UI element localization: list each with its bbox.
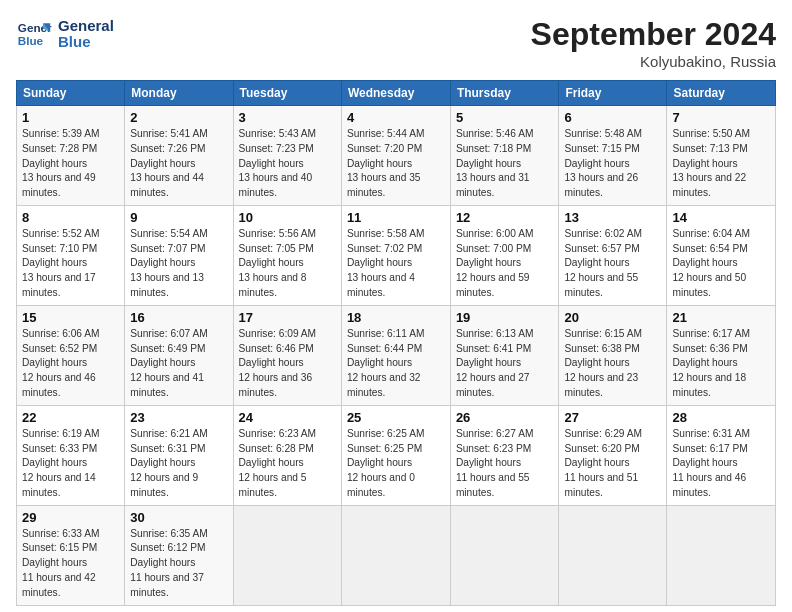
calendar-cell: 7Sunrise: 5:50 AMSunset: 7:13 PMDaylight…: [667, 106, 776, 206]
calendar-week-1: 1Sunrise: 5:39 AMSunset: 7:28 PMDaylight…: [17, 106, 776, 206]
day-number: 24: [239, 410, 336, 425]
day-detail: Sunrise: 5:43 AMSunset: 7:23 PMDaylight …: [239, 127, 336, 201]
calendar-cell: 16Sunrise: 6:07 AMSunset: 6:49 PMDayligh…: [125, 305, 233, 405]
calendar-cell: 1Sunrise: 5:39 AMSunset: 7:28 PMDaylight…: [17, 106, 125, 206]
day-detail: Sunrise: 6:04 AMSunset: 6:54 PMDaylight …: [672, 227, 770, 301]
header-thursday: Thursday: [450, 81, 559, 106]
calendar-cell: 24Sunrise: 6:23 AMSunset: 6:28 PMDayligh…: [233, 405, 341, 505]
day-detail: Sunrise: 6:17 AMSunset: 6:36 PMDaylight …: [672, 327, 770, 401]
day-number: 3: [239, 110, 336, 125]
calendar-cell: [450, 505, 559, 605]
day-detail: Sunrise: 6:25 AMSunset: 6:25 PMDaylight …: [347, 427, 445, 501]
calendar-cell: 17Sunrise: 6:09 AMSunset: 6:46 PMDayligh…: [233, 305, 341, 405]
calendar-cell: [233, 505, 341, 605]
day-number: 13: [564, 210, 661, 225]
title-block: September 2024 Kolyubakino, Russia: [531, 16, 776, 70]
header-saturday: Saturday: [667, 81, 776, 106]
calendar-header-row: Sunday Monday Tuesday Wednesday Thursday…: [17, 81, 776, 106]
calendar-cell: [341, 505, 450, 605]
day-detail: Sunrise: 6:31 AMSunset: 6:17 PMDaylight …: [672, 427, 770, 501]
calendar-cell: 5Sunrise: 5:46 AMSunset: 7:18 PMDaylight…: [450, 106, 559, 206]
day-detail: Sunrise: 6:35 AMSunset: 6:12 PMDaylight …: [130, 527, 227, 601]
day-number: 5: [456, 110, 554, 125]
day-number: 9: [130, 210, 227, 225]
day-detail: Sunrise: 6:27 AMSunset: 6:23 PMDaylight …: [456, 427, 554, 501]
header-friday: Friday: [559, 81, 667, 106]
day-detail: Sunrise: 5:58 AMSunset: 7:02 PMDaylight …: [347, 227, 445, 301]
svg-text:Blue: Blue: [18, 34, 44, 47]
calendar-cell: 27Sunrise: 6:29 AMSunset: 6:20 PMDayligh…: [559, 405, 667, 505]
calendar-cell: 20Sunrise: 6:15 AMSunset: 6:38 PMDayligh…: [559, 305, 667, 405]
day-detail: Sunrise: 6:09 AMSunset: 6:46 PMDaylight …: [239, 327, 336, 401]
day-detail: Sunrise: 6:29 AMSunset: 6:20 PMDaylight …: [564, 427, 661, 501]
header-sunday: Sunday: [17, 81, 125, 106]
calendar-week-2: 8Sunrise: 5:52 AMSunset: 7:10 PMDaylight…: [17, 205, 776, 305]
day-number: 18: [347, 310, 445, 325]
day-detail: Sunrise: 5:44 AMSunset: 7:20 PMDaylight …: [347, 127, 445, 201]
calendar-week-3: 15Sunrise: 6:06 AMSunset: 6:52 PMDayligh…: [17, 305, 776, 405]
day-number: 19: [456, 310, 554, 325]
logo-general: General: [58, 18, 114, 35]
day-number: 20: [564, 310, 661, 325]
day-detail: Sunrise: 5:52 AMSunset: 7:10 PMDaylight …: [22, 227, 119, 301]
calendar-cell: 4Sunrise: 5:44 AMSunset: 7:20 PMDaylight…: [341, 106, 450, 206]
calendar-cell: 13Sunrise: 6:02 AMSunset: 6:57 PMDayligh…: [559, 205, 667, 305]
day-detail: Sunrise: 5:46 AMSunset: 7:18 PMDaylight …: [456, 127, 554, 201]
logo: General Blue General Blue: [16, 16, 114, 52]
day-number: 8: [22, 210, 119, 225]
day-number: 4: [347, 110, 445, 125]
day-number: 22: [22, 410, 119, 425]
calendar-week-5: 29Sunrise: 6:33 AMSunset: 6:15 PMDayligh…: [17, 505, 776, 605]
header-tuesday: Tuesday: [233, 81, 341, 106]
day-number: 17: [239, 310, 336, 325]
calendar-cell: 29Sunrise: 6:33 AMSunset: 6:15 PMDayligh…: [17, 505, 125, 605]
day-number: 11: [347, 210, 445, 225]
day-number: 21: [672, 310, 770, 325]
day-number: 26: [456, 410, 554, 425]
calendar-cell: [667, 505, 776, 605]
day-number: 6: [564, 110, 661, 125]
calendar-cell: 18Sunrise: 6:11 AMSunset: 6:44 PMDayligh…: [341, 305, 450, 405]
day-number: 12: [456, 210, 554, 225]
day-number: 14: [672, 210, 770, 225]
day-detail: Sunrise: 6:23 AMSunset: 6:28 PMDaylight …: [239, 427, 336, 501]
calendar-cell: 22Sunrise: 6:19 AMSunset: 6:33 PMDayligh…: [17, 405, 125, 505]
logo-blue: Blue: [58, 34, 114, 51]
day-number: 2: [130, 110, 227, 125]
calendar-cell: 12Sunrise: 6:00 AMSunset: 7:00 PMDayligh…: [450, 205, 559, 305]
calendar-cell: 8Sunrise: 5:52 AMSunset: 7:10 PMDaylight…: [17, 205, 125, 305]
calendar-cell: 15Sunrise: 6:06 AMSunset: 6:52 PMDayligh…: [17, 305, 125, 405]
calendar-cell: 26Sunrise: 6:27 AMSunset: 6:23 PMDayligh…: [450, 405, 559, 505]
day-detail: Sunrise: 6:02 AMSunset: 6:57 PMDaylight …: [564, 227, 661, 301]
day-detail: Sunrise: 6:33 AMSunset: 6:15 PMDaylight …: [22, 527, 119, 601]
calendar-cell: 25Sunrise: 6:25 AMSunset: 6:25 PMDayligh…: [341, 405, 450, 505]
day-number: 27: [564, 410, 661, 425]
day-number: 15: [22, 310, 119, 325]
logo-icon: General Blue: [16, 16, 52, 52]
day-detail: Sunrise: 6:21 AMSunset: 6:31 PMDaylight …: [130, 427, 227, 501]
location: Kolyubakino, Russia: [531, 53, 776, 70]
calendar-cell: 14Sunrise: 6:04 AMSunset: 6:54 PMDayligh…: [667, 205, 776, 305]
day-detail: Sunrise: 6:00 AMSunset: 7:00 PMDaylight …: [456, 227, 554, 301]
calendar-cell: [559, 505, 667, 605]
calendar-cell: 3Sunrise: 5:43 AMSunset: 7:23 PMDaylight…: [233, 106, 341, 206]
day-number: 23: [130, 410, 227, 425]
day-detail: Sunrise: 6:15 AMSunset: 6:38 PMDaylight …: [564, 327, 661, 401]
calendar-cell: 19Sunrise: 6:13 AMSunset: 6:41 PMDayligh…: [450, 305, 559, 405]
day-number: 1: [22, 110, 119, 125]
calendar-cell: 9Sunrise: 5:54 AMSunset: 7:07 PMDaylight…: [125, 205, 233, 305]
calendar-cell: 30Sunrise: 6:35 AMSunset: 6:12 PMDayligh…: [125, 505, 233, 605]
day-number: 30: [130, 510, 227, 525]
day-detail: Sunrise: 6:13 AMSunset: 6:41 PMDaylight …: [456, 327, 554, 401]
header-monday: Monday: [125, 81, 233, 106]
calendar-table: Sunday Monday Tuesday Wednesday Thursday…: [16, 80, 776, 606]
day-detail: Sunrise: 6:06 AMSunset: 6:52 PMDaylight …: [22, 327, 119, 401]
calendar-cell: 28Sunrise: 6:31 AMSunset: 6:17 PMDayligh…: [667, 405, 776, 505]
calendar-cell: 10Sunrise: 5:56 AMSunset: 7:05 PMDayligh…: [233, 205, 341, 305]
day-number: 29: [22, 510, 119, 525]
day-number: 28: [672, 410, 770, 425]
day-number: 25: [347, 410, 445, 425]
day-number: 10: [239, 210, 336, 225]
day-detail: Sunrise: 6:19 AMSunset: 6:33 PMDaylight …: [22, 427, 119, 501]
calendar-week-4: 22Sunrise: 6:19 AMSunset: 6:33 PMDayligh…: [17, 405, 776, 505]
